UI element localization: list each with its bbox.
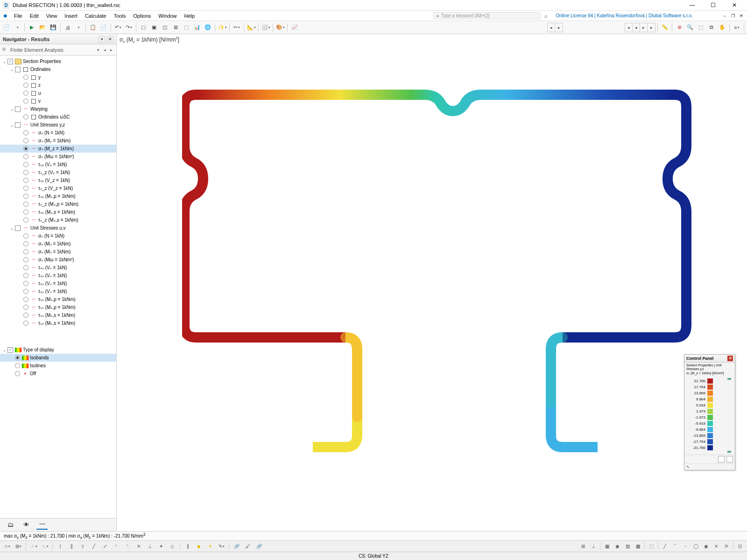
tree-item-stress-yz[interactable]: ·〰τₓ_z (Mₓ,s = 1kNm) [0,216,116,224]
radio[interactable] [23,297,28,302]
menu-calculate[interactable]: Calculate [81,12,110,20]
radio[interactable] [23,249,28,254]
globe-button[interactable]: 🌐 [203,22,213,33]
tree-item-stress-uv[interactable]: ·〰τₓᵤ (Vᵥ = 1kN) [0,280,116,287]
checkbox[interactable] [15,106,21,112]
sb-r6[interactable]: ▩ [633,542,643,551]
toggle-icon[interactable]: ⌄ [2,348,7,352]
checkbox[interactable]: ✓ [7,59,13,64]
sb-r8[interactable]: ╱ [660,542,670,551]
radio[interactable] [23,281,28,286]
radio[interactable] [23,210,28,215]
toggle-icon[interactable]: ⌄ [9,123,15,127]
sb-perp[interactable]: ⊥ [145,542,155,551]
tree-item-stress-yz[interactable]: ·〰τₓ_z (V_z = 1kN) [0,184,116,192]
navigator-dropdown[interactable]: ⚙ Finite Element Analysis ▾ ◂ ▸ [0,44,116,56]
radio[interactable] [23,273,28,278]
menu-insert[interactable]: Insert [61,12,81,20]
new-dropdown[interactable] [12,22,22,33]
calc-button[interactable]: ▶ [27,22,37,33]
sb-mark3[interactable]: ✦ [205,542,215,551]
sb-r1[interactable]: ⊞ [578,542,588,551]
tree-item-section-properties[interactable]: ⌄ ✓ Section Properties [0,57,116,65]
keyword-icon[interactable]: ⌕ [541,11,551,21]
view-3[interactable]: ◫ [160,22,170,33]
radio[interactable] [23,83,28,88]
tool-1[interactable]: ✨ [217,22,227,33]
sb-r11[interactable]: ◯ [691,542,701,551]
sb-v3[interactable]: ⦀ [78,542,88,551]
tree-item-unit-uv[interactable]: ⌄ 〰 Unit Stresses u,v [0,224,116,232]
tree-item-stress-uv[interactable]: ·〰τₓᵤ (Mₓ,s = 1kNm) [0,311,116,319]
radio[interactable] [15,363,20,368]
control-panel-close[interactable]: ✕ [727,356,733,361]
dd-prev[interactable]: ◂ [101,48,108,52]
tree-item-stress-yz[interactable]: ·〰σₓ (Mᵧ = 1kNm) [0,137,116,145]
sb-link3[interactable]: 🔗 [254,542,264,551]
radio[interactable] [23,257,28,262]
tree-item-warping[interactable]: ⌄ 〰 Warping [0,105,116,113]
cp-edit-icon[interactable] [718,456,725,462]
dd-next[interactable]: ▸ [108,48,114,52]
tree-item-display-type[interactable]: ⌄ ✓ Type of display [0,346,116,354]
print-dropdown[interactable] [73,22,84,33]
results-button[interactable]: 📈 [289,22,300,33]
tree-item-stress-uv[interactable]: ·〰τₓᵥ (Vᵥ = 1kN) [0,287,116,295]
sb-grid[interactable]: ⊞ [13,542,23,551]
sb-r15[interactable]: ⊡ [735,542,745,551]
tree-item-stress-uv[interactable]: ·〰τₓᵥ (Vᵤ = 1kN) [0,272,116,280]
pan-button[interactable]: ✋ [717,22,727,33]
viewport[interactable]: σx (Mz = 1kNm) [N/mm2] [117,34,747,531]
sb-square[interactable]: ◇ [167,542,177,551]
sb-cross[interactable]: ✕ [134,542,144,551]
radio[interactable] [23,321,28,326]
checkbox[interactable] [15,67,21,72]
dlubal-icon[interactable]: ◆ [0,11,10,21]
tree-item-stress-yz[interactable]: ·〰σₓ (Mω = 1kNm²) [0,153,116,161]
tree-item-ordinate[interactable]: ·y [0,73,116,81]
sb-arc1[interactable]: ◜ [111,542,121,551]
sb-r12[interactable]: ◉ [701,542,711,551]
minimize-button[interactable]: — [682,0,703,10]
sb-r3[interactable]: ▦ [602,542,612,551]
zoom-region[interactable]: ⬚ [696,22,706,33]
radio[interactable] [23,146,28,151]
tree-item-stress-yz[interactable]: ·〰σₓ (M_z = 1kNm) [0,145,116,153]
sb-line1[interactable]: ⟋ [28,542,39,551]
close-button[interactable]: ✕ [724,0,745,10]
tree-item-stress-uv[interactable]: ·〰τₓᵤ (Vᵤ = 1kN) [0,264,116,272]
nav-next-2[interactable]: ▸ [640,23,648,32]
cp-settings-icon[interactable] [726,456,733,462]
tool-5[interactable]: 🎨 [275,22,285,33]
sb-link2[interactable]: 🖊 [243,542,253,551]
radio[interactable] [23,178,28,183]
tree-item-stress-yz[interactable]: ·〰τₓ_z (Mₓ,p = 1kNm) [0,200,116,208]
toggle-icon[interactable]: ⌄ [2,59,7,64]
menu-tools[interactable]: Tools [110,12,130,20]
tree-item-stress-yz[interactable]: ·〰σₓ (N = 1kN) [0,129,116,137]
radio[interactable] [23,289,28,294]
tree-item-display-option[interactable]: ·✕Off [0,370,116,378]
tree-item-stress-uv[interactable]: ·〰τₓᵥ (Mₓ,s = 1kNm) [0,319,116,327]
nav-close-button[interactable]: ✕ [107,36,113,42]
tool-4[interactable]: ⬜ [261,22,271,33]
menu-edit[interactable]: Edit [26,12,42,20]
nav-first-2[interactable]: ◂ [625,23,633,32]
radio[interactable] [23,154,28,159]
ruler-button[interactable]: 📏 [660,22,670,33]
radio[interactable] [23,186,28,191]
tree-item-stress-uv[interactable]: ·〰τₓᵥ (Mₓ,p = 1kNm) [0,303,116,311]
tree-item-stress-yz[interactable]: ·〰τₓᵧ (Vᵧ = 1kN) [0,161,116,168]
sb-r10[interactable]: ◦ [680,542,691,551]
toggle-icon[interactable]: ⌄ [9,226,15,231]
menu-view[interactable]: View [42,12,61,20]
redo-button[interactable]: ↷ [124,22,134,33]
radio[interactable] [23,305,28,310]
radio[interactable] [23,98,28,104]
tree-item-stress-yz[interactable]: ·〰τₓᵧ (Mₓ,p = 1kNm) [0,192,116,200]
sb-v2[interactable]: ‖ [66,542,77,551]
tree-item-stress-uv[interactable]: ·〰σₓ (Mω = 1kNm²) [0,256,116,264]
view-4[interactable]: ⊞ [170,22,181,33]
sb-v1[interactable]: | [55,542,65,551]
tree-item-display-option[interactable]: ·Isolines [0,362,116,370]
